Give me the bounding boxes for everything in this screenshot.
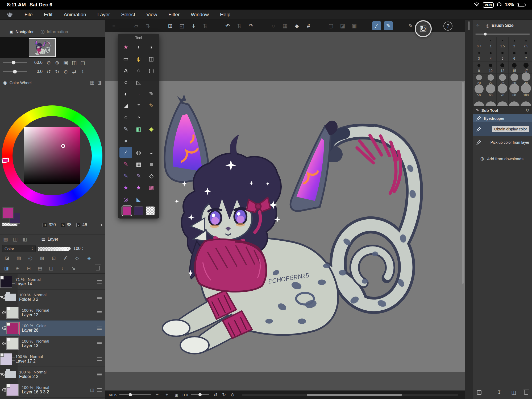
layer-row[interactable]: 100 % Normal — [0, 398, 105, 399]
eyedropper-tool[interactable]: ∕ — [119, 147, 132, 158]
panel-tool[interactable]: ◫ — [145, 53, 158, 65]
layer-grid-button[interactable]: ▩ — [3, 236, 8, 242]
spark-brush-tool[interactable]: ★ — [119, 182, 132, 194]
item[interactable] — [145, 135, 158, 147]
snap-grid-button[interactable]: ▦ — [281, 21, 290, 30]
layer-row[interactable]: 100 % Normal Layer 17 2 — [0, 351, 105, 367]
layer-row[interactable]: ✎ 100 % Color Layer 26 — [0, 320, 105, 336]
brush-size-option[interactable]: 2 — [509, 37, 520, 49]
tab-navigator[interactable]: ▣ Navigator — [10, 30, 34, 34]
rotate-left-button[interactable]: ↺ — [45, 68, 53, 76]
layer-thumbnail[interactable] — [6, 307, 19, 319]
fill-tool[interactable]: ◆ — [145, 123, 158, 135]
menu-item[interactable]: Help — [220, 12, 230, 18]
tab-information[interactable]: ⓘ Information — [41, 30, 68, 35]
layer-panel-button[interactable]: ◫ — [13, 236, 18, 242]
layer-row-menu-icon[interactable] — [97, 359, 102, 359]
layer-thumbnail[interactable] — [6, 384, 19, 396]
balloon-tool[interactable]: ◗ — [145, 41, 158, 53]
main-color-swatch[interactable] — [3, 208, 13, 218]
saturation-value-square[interactable] — [24, 127, 80, 184]
zoom-out-bottom-button[interactable]: − — [154, 391, 161, 398]
palette-sub-color-swatch[interactable] — [134, 206, 143, 215]
crop-button[interactable]: # — [304, 21, 313, 30]
flip-horizontal-button[interactable]: ⇄ — [70, 68, 78, 76]
pen-tool[interactable]: ✎ — [145, 88, 158, 100]
layer-row-menu-icon[interactable] — [97, 282, 102, 282]
fit-screen-button[interactable]: ▣ — [62, 59, 70, 67]
subtool-obtain-display-color[interactable]: Obtain display color — [473, 122, 532, 136]
zoom-out-button[interactable]: ⊖ — [45, 59, 53, 67]
watercolor-tool[interactable]: ● — [119, 135, 132, 147]
navigator-view-rect[interactable] — [29, 38, 56, 57]
swirl-brush-tool[interactable]: ◎ — [119, 194, 132, 205]
zoom-in-button[interactable]: ⊕ — [53, 59, 61, 67]
layer-thumbnail[interactable] — [0, 353, 12, 365]
menu-item[interactable]: File — [24, 12, 33, 18]
brush-size-option[interactable]: 3 — [473, 49, 485, 61]
selection-pen-tool[interactable]: ◌ — [119, 112, 132, 123]
bottom-zoom-slider[interactable] — [119, 394, 151, 395]
main-menu-button[interactable]: ≡ — [109, 21, 118, 30]
soft-eraser-tool[interactable]: ◇ — [145, 170, 158, 182]
pencil-tool[interactable]: ✎ — [145, 100, 158, 112]
folder-expand-caret[interactable] — [0, 296, 3, 298]
layer-row-menu-icon[interactable] — [97, 297, 102, 298]
redo-button[interactable]: ↷ — [247, 21, 256, 30]
palette-main-color-swatch[interactable] — [122, 206, 131, 215]
menu-item[interactable]: Animation — [64, 12, 86, 18]
text-tool[interactable]: A — [119, 65, 132, 76]
layer-thumbnail[interactable] — [6, 338, 19, 350]
save-button[interactable]: ↧ — [189, 21, 198, 30]
canvas-horizontal-scrollbar[interactable] — [242, 394, 458, 396]
brush-size-option[interactable]: 70 — [497, 86, 508, 98]
lavender-brush-tool[interactable]: ✎ — [132, 170, 145, 182]
actual-size-button[interactable]: ◫ — [70, 59, 78, 67]
brush-size-option[interactable]: 0.7 — [473, 37, 485, 49]
snap-button[interactable]: ◌ — [269, 21, 278, 30]
eraser-tool[interactable]: ◢ — [119, 100, 132, 112]
layer-row[interactable]: 100 % Normal Folder 3 2 — [0, 290, 105, 305]
duplicate-layer-button[interactable]: ◫ — [47, 265, 55, 272]
open-file-button[interactable]: ◱ — [177, 21, 186, 30]
new-vector-layer-button[interactable]: ⊟ — [25, 265, 32, 272]
clip-studio-logo-icon[interactable] — [6, 11, 13, 18]
layer-row[interactable]: 100 % Normal Layer 13 — [0, 336, 105, 351]
item[interactable] — [145, 194, 158, 205]
fit-view-button[interactable]: ▣ — [173, 391, 180, 398]
color-slider-button[interactable]: ◨ — [97, 80, 102, 85]
history-variant-toggle[interactable]: ⇅ — [235, 21, 244, 30]
subtool-group-eyedropper[interactable]: Eyedropper — [473, 114, 532, 122]
layer-thumbnail[interactable] — [0, 276, 12, 288]
layer-row[interactable]: 71 % Normal Layer 14 — [0, 274, 105, 290]
mask-toggle-button[interactable]: ◎ — [27, 254, 34, 262]
brush-size-option[interactable]: 12 — [497, 61, 508, 74]
download-button[interactable]: ↧ — [495, 388, 503, 396]
correct-line-button[interactable]: ∕ — [372, 21, 381, 30]
layer-thumbnail[interactable] — [6, 322, 19, 334]
lock-layer-button[interactable]: ⊠ — [38, 254, 46, 262]
merge-down-button[interactable]: ↓ — [59, 265, 66, 272]
canvas-vertical-scrollbar[interactable] — [462, 82, 464, 284]
brush-size-option[interactable] — [520, 98, 532, 106]
layer-row[interactable]: 100 % Normal Layer 12 — [0, 305, 105, 320]
reset-view-button[interactable]: ⊙ — [229, 391, 236, 398]
fullscreen-button[interactable]: ▢ — [79, 59, 87, 67]
reference-layer-button[interactable]: ◈ — [85, 254, 93, 262]
menu-item[interactable]: Edit — [44, 12, 53, 18]
brush-size-option[interactable] — [485, 98, 497, 106]
brush-size-option[interactable]: 1.5 — [497, 37, 508, 49]
ellipse-tool[interactable]: ○ — [119, 76, 132, 88]
decoration-tool[interactable]: ★ — [119, 41, 132, 53]
layer-opacity-slider[interactable] — [38, 247, 69, 251]
item[interactable] — [145, 76, 158, 88]
undo-button[interactable]: ↶ — [223, 21, 232, 30]
mask-button[interactable]: ▣ — [350, 21, 359, 30]
subtool-refresh-icon[interactable]: ↻ — [526, 108, 529, 113]
brush-size-option[interactable]: 1 — [485, 37, 497, 49]
reset-rotation-button[interactable]: ⊙ — [62, 68, 70, 76]
blend-mode-select[interactable]: Color ▲▼ — [2, 245, 36, 252]
brush-size-option[interactable] — [473, 98, 485, 106]
brush-size-option[interactable]: 10 — [485, 61, 497, 74]
airbrush-tool[interactable]: ◍ — [132, 147, 145, 158]
